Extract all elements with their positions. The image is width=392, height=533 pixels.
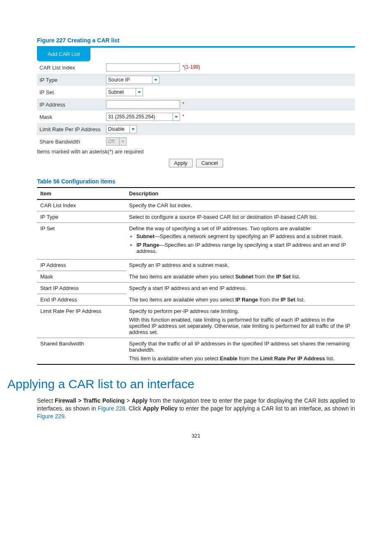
select-share-bandwidth-value: Off [108, 139, 115, 144]
svg-marker-2 [175, 116, 178, 118]
add-car-list-form: Add CAR List CAR List Index *(1-199) IP … [37, 46, 355, 167]
select-share-bandwidth: Off [106, 137, 127, 146]
chevron-down-icon [152, 76, 159, 83]
svg-marker-1 [138, 91, 141, 93]
table-row: Shared Bandwidth Specify that the traffi… [37, 338, 355, 365]
chevron-down-icon [136, 88, 143, 96]
svg-marker-4 [121, 141, 125, 143]
table-row: Start IP Address Specify a start IP addr… [37, 283, 355, 294]
select-ip-set-value: Subnet [108, 89, 124, 95]
select-limit-rate[interactable]: Disable [106, 125, 137, 133]
select-ip-type[interactable]: Source IP [106, 76, 159, 84]
label-ip-address: IP Address [37, 98, 104, 111]
select-ip-type-value: Source IP [108, 77, 130, 83]
select-ip-set[interactable]: Subnet [106, 88, 143, 96]
label-ip-type: IP Type [37, 74, 104, 86]
cancel-button[interactable]: Cancel [196, 159, 223, 167]
chevron-down-icon [119, 138, 126, 145]
hint-car-list-index: *(1-199) [182, 64, 200, 70]
figure-caption: Figure 227 Creating a CAR list [37, 37, 355, 44]
label-car-list-index: CAR List Index [37, 61, 104, 74]
body-paragraph: Select Firewall > Traffic Policing > App… [37, 397, 355, 420]
table-row: End IP Address The two items are availab… [37, 294, 355, 306]
table-caption: Table 56 Configuration items [37, 178, 355, 185]
select-mask-value: 31 (255.255.255.254) [108, 114, 155, 120]
tab-add-car-list[interactable]: Add CAR List [37, 48, 90, 61]
table-row: Mask The two items are available when yo… [37, 271, 355, 283]
link-figure-228[interactable]: Figure 228 [98, 405, 125, 412]
config-items-table: Item Description CAR List Index Specify … [37, 187, 355, 365]
select-mask[interactable]: 31 (255.255.255.254) [106, 113, 180, 121]
table-row: IP Address Specify an IP address and a s… [37, 260, 355, 271]
required-note: Items marked with an asterisk(*) are req… [37, 148, 355, 157]
table-row: CAR List Index Specify the CAR list inde… [37, 199, 355, 211]
section-heading: Applying a CAR list to an interface [7, 377, 355, 391]
chevron-down-icon [173, 113, 180, 121]
th-description: Description [126, 188, 355, 199]
apply-button[interactable]: Apply [169, 159, 193, 167]
hint-mask: * [182, 114, 184, 119]
select-limit-rate-value: Disable [108, 126, 125, 132]
svg-marker-3 [131, 128, 135, 130]
label-share-bandwidth: Share Bandwidth [37, 135, 104, 148]
th-item: Item [37, 188, 126, 199]
table-row: IP Set Define the way of specifying a se… [37, 223, 355, 260]
input-ip-address[interactable] [106, 100, 180, 109]
svg-marker-0 [154, 79, 157, 81]
link-figure-229[interactable]: Figure 229 [37, 413, 65, 419]
hint-ip-address: * [182, 101, 184, 107]
page-number: 321 [37, 433, 355, 439]
label-ip-set: IP Set [37, 86, 104, 98]
chevron-down-icon [129, 125, 136, 133]
input-car-list-index[interactable] [106, 63, 180, 72]
table-row: Limit Rate Per IP Address Specify to per… [37, 306, 355, 338]
table-row: IP Type Select to configure a source IP-… [37, 211, 355, 223]
label-limit-rate: Limit Rate Per IP Address [37, 123, 104, 135]
label-mask: Mask [37, 111, 104, 123]
